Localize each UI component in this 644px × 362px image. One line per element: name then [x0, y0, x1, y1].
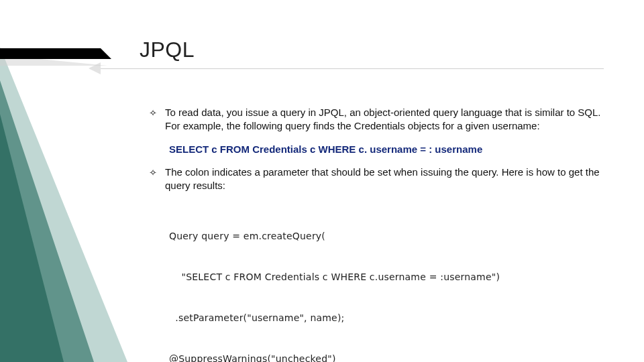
- bullet-item: ✧ To read data, you issue a query in JPQ…: [149, 106, 605, 133]
- jpql-query-line: SELECT c FROM Credentials c WHERE c. use…: [149, 143, 605, 156]
- slide-accent-bar: [0, 48, 101, 59]
- code-line: .setParameter("username", name);: [169, 311, 605, 324]
- bullet-text: To read data, you issue a query in JPQL,…: [165, 107, 601, 131]
- bullet-text: The colon indicates a parameter that sho…: [165, 166, 600, 191]
- title-underline: [101, 68, 604, 69]
- svg-marker-2: [0, 47, 127, 362]
- code-snippet: Query query = em.createQuery( "SELECT c …: [169, 202, 605, 362]
- code-line: Query query = em.createQuery(: [169, 229, 605, 243]
- svg-marker-0: [0, 114, 64, 362]
- bullet-diamond-icon: ✧: [149, 167, 157, 178]
- code-line: @SuppressWarnings("unchecked"): [169, 352, 605, 362]
- svg-marker-1: [0, 80, 94, 362]
- slide-title: JPQL: [140, 38, 195, 62]
- code-line: "SELECT c FROM Credentials c WHERE c.use…: [169, 270, 605, 284]
- bullet-diamond-icon: ✧: [149, 107, 157, 119]
- bullet-item: ✧ The colon indicates a parameter that s…: [149, 166, 605, 193]
- slide-body: ✧ To read data, you issue a query in JPQ…: [149, 106, 605, 362]
